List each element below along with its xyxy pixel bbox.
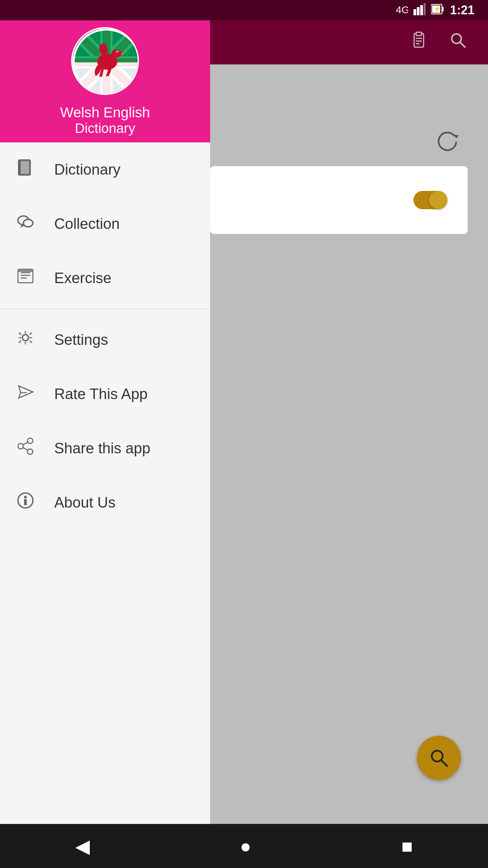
chat-icon (14, 213, 37, 235)
svg-marker-49 (19, 386, 33, 398)
status-bar: 4G ⚡ 1:21 (0, 0, 488, 20)
svg-rect-10 (416, 32, 422, 36)
menu-item-exercise[interactable]: Exercise (0, 251, 210, 305)
svg-line-54 (23, 442, 28, 445)
svg-line-18 (441, 760, 447, 766)
toggle-switch[interactable] (413, 191, 447, 209)
recent-button[interactable]: ■ (402, 835, 413, 857)
list-icon (14, 267, 37, 289)
gear-icon (14, 329, 37, 351)
svg-text:4G: 4G (396, 4, 408, 15)
svg-point-52 (27, 449, 33, 454)
settings-label: Settings (54, 331, 108, 348)
svg-rect-39 (20, 161, 29, 174)
refresh-area[interactable] (434, 129, 461, 157)
menu-item-dictionary[interactable]: Dictionary (0, 142, 210, 197)
rate-label: Rate This App (54, 386, 148, 402)
svg-point-51 (27, 438, 33, 443)
svg-rect-4 (424, 3, 426, 15)
svg-line-15 (460, 42, 465, 47)
app-logo (71, 27, 139, 95)
info-icon (14, 492, 37, 513)
drawer-menu: Dictionary Collection (0, 142, 210, 848)
svg-rect-1 (413, 9, 416, 15)
book-icon (14, 159, 37, 180)
bottom-navigation: ◀ ● ■ (0, 824, 488, 868)
svg-text:⚡: ⚡ (433, 5, 441, 13)
svg-rect-6 (442, 7, 444, 12)
exercise-label: Exercise (54, 270, 111, 287)
menu-item-settings[interactable]: Settings (0, 313, 210, 367)
toggle-card (210, 166, 468, 234)
status-icons: 4G ⚡ 1:21 (396, 3, 474, 18)
dictionary-label: Dictionary (54, 161, 121, 178)
fab-search-button[interactable] (417, 736, 461, 780)
share-label: Share this app (54, 440, 150, 457)
share-icon (14, 437, 37, 459)
navigation-drawer: Welsh English Dictionary Dictionary (0, 20, 210, 848)
menu-divider (0, 309, 210, 309)
send-icon (14, 383, 37, 405)
battery-icon: ⚡ (431, 3, 445, 18)
search-icon[interactable] (449, 31, 468, 54)
svg-point-48 (22, 335, 28, 341)
network-icon: 4G (396, 3, 408, 18)
back-button[interactable]: ◀ (75, 835, 90, 857)
svg-point-53 (18, 443, 23, 449)
svg-rect-40 (19, 160, 21, 175)
svg-rect-3 (420, 5, 423, 15)
svg-point-57 (24, 496, 27, 498)
drawer-header: Welsh English Dictionary (0, 20, 210, 142)
svg-rect-58 (24, 499, 27, 505)
svg-line-55 (23, 448, 28, 450)
svg-rect-47 (18, 269, 33, 272)
collection-label: Collection (54, 215, 120, 232)
toggle-knob (429, 191, 447, 209)
svg-point-35 (117, 51, 119, 53)
menu-item-rate[interactable]: Rate This App (0, 367, 210, 421)
about-label: About Us (54, 494, 116, 511)
svg-point-36 (121, 53, 124, 55)
app-title: Welsh English Dictionary (60, 104, 150, 136)
home-button[interactable]: ● (240, 835, 251, 857)
menu-item-collection[interactable]: Collection (0, 197, 210, 251)
fab-search-icon (428, 747, 450, 769)
svg-point-42 (23, 219, 33, 227)
menu-item-share[interactable]: Share this app (0, 421, 210, 475)
menu-item-about[interactable]: About Us (0, 475, 210, 530)
signal-bars-icon (413, 3, 426, 18)
svg-rect-2 (417, 7, 420, 15)
clipboard-icon[interactable] (409, 31, 428, 54)
status-time: 1:21 (450, 3, 474, 17)
